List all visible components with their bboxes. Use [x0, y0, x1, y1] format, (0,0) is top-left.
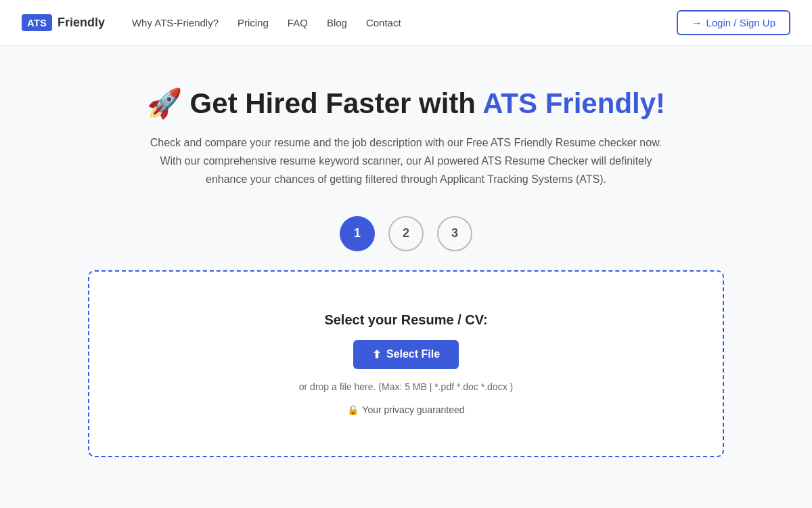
nav-links: Why ATS-Friendly? Pricing FAQ Blog Conta…: [132, 17, 401, 29]
hero-title-brand: ATS Friendly!: [482, 87, 665, 119]
main-content: 🚀 Get Hired Faster with ATS Friendly! Ch…: [0, 46, 812, 484]
steps-indicator: 1 2 3: [340, 216, 472, 251]
hero-title-pre: 🚀 Get Hired Faster with: [147, 87, 482, 119]
step-1[interactable]: 1: [340, 216, 375, 251]
nav-link-contact[interactable]: Contact: [366, 17, 401, 28]
navbar: ATS Friendly Why ATS-Friendly? Pricing F…: [0, 0, 812, 46]
hero-description: Check and compare your resume and the jo…: [142, 133, 670, 189]
upload-icon: ⬆: [372, 348, 381, 361]
hero-title: 🚀 Get Hired Faster with ATS Friendly!: [147, 87, 665, 120]
upload-title: Select your Resume / CV:: [324, 312, 487, 328]
step-2[interactable]: 2: [388, 216, 424, 251]
logo-text: Friendly: [58, 16, 105, 30]
logo[interactable]: ATS Friendly: [22, 14, 105, 31]
login-label: Login / Sign Up: [706, 17, 775, 28]
navbar-left: ATS Friendly Why ATS-Friendly? Pricing F…: [22, 14, 401, 31]
step-3[interactable]: 3: [437, 216, 472, 251]
logo-badge: ATS: [22, 14, 52, 31]
step-2-number: 2: [403, 226, 409, 240]
privacy-note: 🔒 Your privacy guaranteed: [347, 404, 464, 415]
nav-link-faq[interactable]: FAQ: [288, 17, 308, 28]
login-button[interactable]: → Login / Sign Up: [677, 10, 790, 35]
privacy-text: Your privacy guaranteed: [362, 404, 464, 415]
select-file-button[interactable]: ⬆ Select File: [353, 340, 459, 369]
upload-hint: or drop a file here. (Max: 5 MB | *.pdf …: [299, 381, 513, 392]
nav-link-pricing[interactable]: Pricing: [238, 17, 269, 28]
nav-link-blog[interactable]: Blog: [327, 17, 347, 28]
upload-box: Select your Resume / CV: ⬆ Select File o…: [88, 270, 724, 457]
nav-link-why[interactable]: Why ATS-Friendly?: [132, 17, 219, 28]
step-3-number: 3: [451, 226, 458, 240]
lock-icon: 🔒: [347, 404, 359, 415]
select-file-label: Select File: [386, 348, 440, 360]
login-icon: →: [692, 17, 702, 28]
step-1-number: 1: [354, 226, 361, 240]
